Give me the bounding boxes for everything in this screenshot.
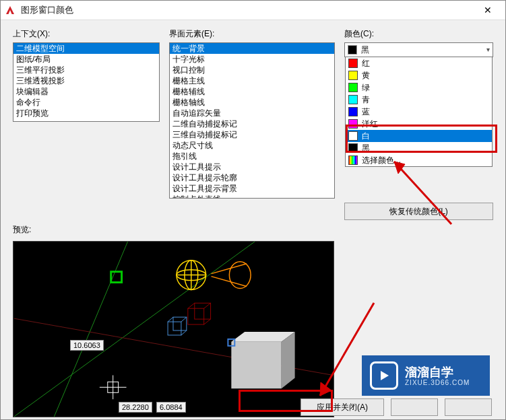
svg-line-11 — [212, 277, 247, 287]
coord-c: 6.0884 — [156, 402, 186, 413]
svg-rect-12 — [188, 308, 204, 324]
color-select[interactable]: 黑 ▾ 红黄绿青蓝洋红白黑选择颜色... — [344, 42, 493, 57]
color-swatch — [348, 83, 358, 92]
color-swatch — [348, 107, 358, 116]
svg-line-15 — [204, 303, 211, 308]
color-option[interactable]: 红 — [346, 57, 492, 69]
current-color-name: 黑 — [361, 44, 369, 56]
app-icon — [5, 5, 15, 15]
svg-line-1 — [54, 242, 127, 417]
color-swatch — [348, 119, 358, 129]
element-item[interactable]: 统一背景 — [170, 43, 334, 54]
chevron-down-icon: ▾ — [486, 46, 490, 53]
element-item[interactable]: 设计工具提示轮廓 — [170, 172, 334, 183]
context-item[interactable]: 三维透视投影 — [13, 75, 159, 86]
color-option-label: 黑 — [362, 143, 370, 154]
extra-button-1[interactable] — [391, 398, 438, 416]
svg-line-14 — [188, 303, 195, 308]
color-swatch — [348, 95, 358, 104]
svg-line-31 — [320, 303, 374, 396]
element-item[interactable]: 设计工具提示背景 — [170, 183, 334, 194]
element-item[interactable]: 十字光标 — [170, 54, 334, 65]
color-option-label: 蓝 — [362, 106, 370, 118]
color-label: 颜色(C): — [344, 28, 493, 40]
svg-line-10 — [212, 264, 247, 274]
color-option[interactable]: 绿 — [346, 81, 492, 94]
svg-line-29 — [394, 162, 451, 224]
element-item[interactable]: 视口控制 — [170, 65, 334, 75]
color-dropdown[interactable]: 红黄绿青蓝洋红白黑选择颜色... — [345, 57, 493, 167]
element-item[interactable]: 控制点外壳线 — [170, 194, 334, 199]
svg-rect-13 — [195, 303, 211, 319]
context-item[interactable]: 命令行 — [13, 97, 159, 108]
color-swatch — [348, 155, 358, 165]
coord-a: 10.6063 — [70, 340, 104, 351]
svg-marker-24 — [282, 332, 295, 388]
color-option[interactable]: 青 — [346, 94, 492, 106]
preview-graphic — [13, 242, 334, 417]
svg-line-21 — [181, 330, 187, 335]
close-icon: ✕ — [484, 5, 492, 15]
context-label: 上下文(X): — [13, 28, 160, 40]
context-listbox[interactable]: 二维模型空间图纸/布局三维平行投影三维透视投影块编辑器命令行打印预览 — [13, 42, 160, 122]
color-option[interactable]: 白 — [346, 130, 492, 142]
element-item[interactable]: 栅格轴线 — [170, 97, 334, 108]
extra-button-2[interactable] — [445, 398, 492, 416]
context-item[interactable]: 块编辑器 — [13, 86, 159, 97]
window-title: 图形窗口颜色 — [21, 4, 474, 16]
color-option[interactable]: 黄 — [346, 69, 492, 81]
element-item[interactable]: 动态尺寸线 — [170, 140, 334, 151]
svg-marker-22 — [231, 342, 281, 388]
element-item[interactable]: 三维自动捕捉标记 — [170, 129, 334, 140]
color-option-label: 白 — [362, 131, 370, 142]
logo-text-big: 溜溜自学 — [405, 365, 470, 379]
color-swatch — [348, 143, 358, 153]
element-item[interactable]: 设计工具提示 — [170, 162, 334, 172]
element-item[interactable]: 栅格辅线 — [170, 86, 334, 97]
context-item[interactable]: 二维模型空间 — [13, 43, 159, 54]
element-item[interactable]: 栅格主线 — [170, 75, 334, 86]
annotation-arrow-1 — [381, 153, 462, 234]
titlebar: 图形窗口颜色 ✕ — [1, 1, 505, 20]
elements-listbox[interactable]: 统一背景十字光标视口控制栅格主线栅格辅线栅格轴线自动追踪矢量二维自动捕捉标记三维… — [169, 42, 335, 199]
svg-line-0 — [14, 242, 255, 417]
context-item[interactable]: 打印预览 — [13, 108, 159, 118]
logo-text-small: ZIXUE.3D66.COM — [405, 379, 470, 386]
color-swatch — [348, 59, 358, 68]
element-item[interactable]: 拖引线 — [170, 151, 334, 162]
annotation-arrow-2 — [310, 296, 391, 404]
color-swatch — [348, 131, 358, 141]
context-item[interactable]: 三维平行投影 — [13, 65, 159, 75]
color-option-label: 青 — [362, 94, 370, 106]
close-button[interactable]: ✕ — [474, 1, 501, 20]
color-swatch — [348, 71, 358, 80]
current-color-swatch — [348, 45, 357, 55]
color-option[interactable]: 黑 — [346, 142, 492, 154]
color-option-label: 黄 — [362, 70, 370, 81]
preview-area: 10.6063 28.2280 6.0884 — [13, 241, 334, 417]
color-option-label: 洋红 — [362, 118, 378, 130]
svg-line-16 — [204, 319, 211, 324]
context-item[interactable]: 图纸/布局 — [13, 54, 159, 65]
color-option-label: 红 — [362, 58, 370, 69]
svg-line-20 — [181, 317, 187, 322]
elements-label: 界面元素(E): — [169, 28, 335, 40]
svg-rect-17 — [168, 322, 181, 335]
color-option-label: 绿 — [362, 82, 370, 94]
svg-line-19 — [168, 317, 173, 322]
element-item[interactable]: 二维自动捕捉标记 — [170, 118, 334, 129]
element-item[interactable]: 自动追踪矢量 — [170, 108, 334, 118]
color-option[interactable]: 蓝 — [346, 106, 492, 118]
coord-b: 28.2280 — [119, 402, 152, 413]
color-option[interactable]: 洋红 — [346, 118, 492, 130]
